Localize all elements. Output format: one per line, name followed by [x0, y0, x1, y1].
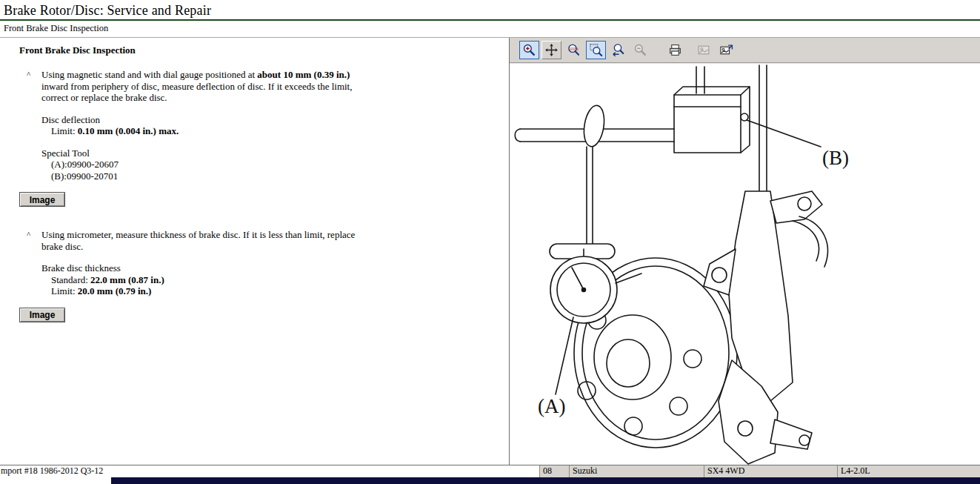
zoom-previous-button[interactable]: [608, 41, 628, 59]
step-item-1: ^ Using magnetic stand and with dial gau…: [27, 69, 375, 182]
status-cell-engine: L4-2.0L: [838, 465, 980, 477]
step-text: inward from periphery of disc, measure d…: [41, 81, 352, 104]
spec-line-limit: Limit: 20.0 mm (0.79 in.): [41, 285, 371, 297]
status-cell-model: SX4 4WD: [704, 465, 838, 477]
step-body: Using micrometer, measure thickness of b…: [41, 229, 371, 297]
step-body: Using magnetic stand and with dial gauge…: [41, 69, 371, 182]
dial-gauge: [550, 249, 641, 323]
spec-block-deflection: Disc deflection Limit: 0.10 mm (0.004 in…: [41, 114, 371, 137]
spec-line-standard: Standard: 22.0 mm (0.87 in.): [41, 274, 371, 286]
zoom-in-button[interactable]: [519, 41, 539, 59]
zoom-window-button[interactable]: [586, 41, 606, 59]
spec-value: 20.0 mm (0.79 in.): [78, 285, 152, 296]
image-button-1[interactable]: Image: [19, 192, 65, 207]
spec-label: Standard:: [51, 274, 90, 285]
spec-label: Limit:: [51, 125, 78, 136]
zoom-100-icon: 100%: [567, 43, 581, 57]
tool-line-b: (B):09900-20701: [41, 170, 371, 182]
pan-button[interactable]: [541, 41, 561, 59]
steering-knuckle: [704, 191, 827, 464]
spec-block-thickness: Brake disc thickness Standard: 22.0 mm (…: [41, 262, 371, 297]
bottom-bar-left-segment: [0, 477, 111, 484]
step-text: Using magnetic stand and with dial gauge…: [41, 69, 257, 80]
strut-rod: [759, 65, 767, 198]
zoom-out-icon: [633, 43, 647, 57]
print-button[interactable]: [665, 41, 685, 59]
step-bullet: ^: [27, 229, 41, 297]
print-icon: [668, 43, 682, 57]
spec-value: 22.0 mm (0.87 in.): [90, 274, 164, 285]
spec-value: 0.10 mm (0.004 in.) max.: [78, 125, 179, 136]
zoom-out-button[interactable]: [630, 41, 650, 59]
spec-line-limit: Limit: 0.10 mm (0.004 in.) max.: [41, 125, 371, 137]
procedure-pane: Front Brake Disc Inspection ^ Using magn…: [0, 38, 509, 465]
zoom-in-icon: [522, 43, 536, 57]
brake-assembly-figure: (B) (A): [510, 64, 980, 465]
zoom-100-button[interactable]: 100%: [564, 41, 584, 59]
magnetic-stand: [674, 67, 750, 153]
status-source: mport #18 1986-2012 Q3-12: [0, 465, 540, 477]
pan-icon: [544, 43, 559, 57]
image-button-2[interactable]: Image: [19, 308, 65, 322]
graphic-toolbar: 100%: [510, 38, 980, 63]
bottom-bar: [0, 477, 980, 484]
spec-label: Limit:: [51, 285, 78, 296]
main-split: Front Brake Disc Inspection ^ Using magn…: [0, 37, 980, 465]
gauge-arm: [515, 104, 674, 259]
spec-heading: Brake disc thickness: [41, 262, 371, 274]
step-text: Using micrometer, measure thickness of b…: [41, 229, 355, 252]
spacer: [19, 207, 509, 229]
header: Brake Rotor/Disc: Service and Repair Fro…: [0, 0, 980, 37]
page-subtitle: Front Brake Disc Inspection: [0, 21, 980, 37]
leader-line-a: [556, 317, 573, 394]
export-image-button[interactable]: [716, 41, 736, 59]
label-b: (B): [822, 147, 849, 169]
svg-text:100%: 100%: [569, 47, 579, 51]
special-tool-block: Special Tool (A):09900-20607 (B):09900-2…: [41, 147, 371, 182]
bottom-bar-fill: [111, 477, 980, 484]
copy-image-button[interactable]: [694, 41, 714, 59]
app-window: Brake Rotor/Disc: Service and Repair Fro…: [0, 0, 980, 484]
page-title: Brake Rotor/Disc: Service and Repair: [0, 0, 980, 19]
section-heading: Front Brake Disc Inspection: [19, 44, 509, 56]
zoom-window-icon: [589, 43, 603, 57]
zoom-previous-icon: [611, 43, 625, 57]
step-bullet: ^: [27, 69, 41, 182]
status-cell-make: Suzuki: [570, 465, 704, 477]
export-image-icon: [719, 43, 733, 57]
status-bar: mport #18 1986-2012 Q3-12 08 Suzuki SX4 …: [0, 465, 980, 477]
step-text-bold: about 10 mm (0.39 in.): [257, 69, 350, 80]
spec-heading: Special Tool: [41, 147, 371, 159]
copy-image-icon: [697, 43, 711, 57]
step-item-2: ^ Using micrometer, measure thickness of…: [27, 229, 375, 297]
leader-line-b: [747, 120, 821, 147]
spec-heading: Disc deflection: [41, 114, 371, 126]
diagram-canvas[interactable]: (B) (A): [510, 63, 980, 465]
label-a: (A): [538, 395, 565, 417]
tool-line-a: (A):09900-20607: [41, 159, 371, 170]
graphic-pane: 100%: [509, 38, 980, 465]
status-cell-year: 08: [540, 465, 570, 477]
